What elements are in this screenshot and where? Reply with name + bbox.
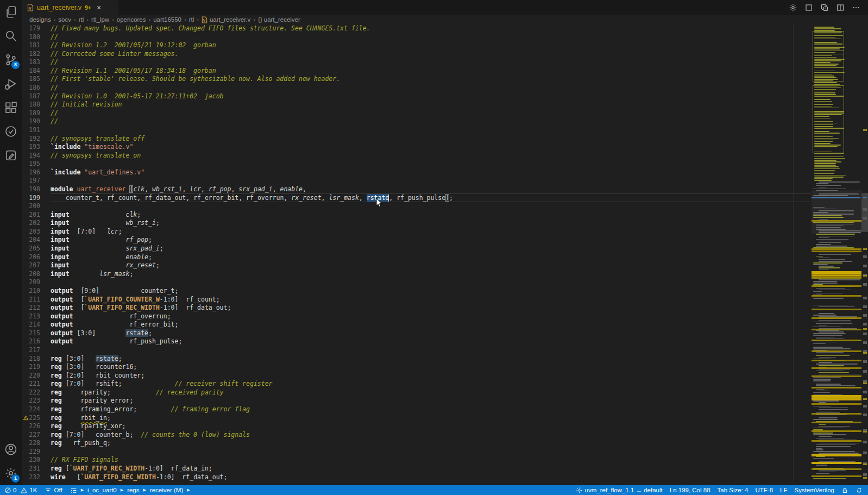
activity-bar-item-run-debug[interactable] xyxy=(0,72,22,96)
line-number[interactable]: 220 xyxy=(22,372,51,380)
code-line[interactable]: // Corrected some Linter messages. xyxy=(51,50,810,59)
code-line[interactable]: // Fixed many bugs. Updated spec. Change… xyxy=(51,24,810,33)
line-number[interactable]: 227 xyxy=(22,431,51,440)
code-line[interactable] xyxy=(51,126,810,135)
code-line[interactable]: reg rbit_in; xyxy=(51,414,810,423)
code-line[interactable]: // xyxy=(51,109,810,118)
breadcrumb-symbol[interactable]: {}uart_receiver xyxy=(258,16,300,23)
line-number[interactable]: 203 xyxy=(22,228,51,236)
code-line[interactable]: `include "uart_defines.v" xyxy=(51,168,810,177)
activity-bar-item-settings[interactable]: 1 xyxy=(0,461,22,485)
activity-bar-item-account[interactable] xyxy=(0,437,22,461)
code-line[interactable]: // First 'stable' release. Should be syt… xyxy=(51,75,810,84)
line-number[interactable]: 201 xyxy=(22,211,51,220)
code-line[interactable] xyxy=(51,346,810,355)
activity-bar-item-explorer[interactable] xyxy=(0,0,22,24)
line-number[interactable]: 184 xyxy=(22,67,51,76)
line-number[interactable]: 202 xyxy=(22,219,51,228)
code-line[interactable]: // RX FIFO signals xyxy=(51,456,810,465)
line-number[interactable]: 199 xyxy=(22,194,51,203)
line-number[interactable]: 181 xyxy=(22,41,51,50)
breadcrumb-item[interactable]: designs xyxy=(29,16,51,23)
code-line[interactable]: // xyxy=(51,117,810,126)
lock-icon[interactable] xyxy=(841,487,848,494)
code-line[interactable] xyxy=(51,448,810,456)
line-number[interactable]: 179 xyxy=(22,24,51,33)
code-line[interactable] xyxy=(51,177,810,185)
code-line[interactable]: module uart_receiver (clk, wb_rst_i, lcr… xyxy=(51,185,810,194)
gear-icon[interactable] xyxy=(789,3,797,12)
code-line[interactable]: output rf_error_bit; xyxy=(51,321,810,329)
line-number[interactable]: 228 xyxy=(22,439,51,448)
breadcrumb-item[interactable]: rtl xyxy=(79,16,84,23)
code-line[interactable]: // xyxy=(51,84,810,92)
line-number[interactable]: 208 xyxy=(22,270,51,279)
editor[interactable]: 1791801811821831841851861871881891901911… xyxy=(22,24,868,485)
line-number[interactable]: 205 xyxy=(22,245,51,253)
code-line[interactable]: // xyxy=(51,58,810,67)
code-line[interactable] xyxy=(51,278,810,287)
activity-bar-item-notebook[interactable] xyxy=(0,143,22,167)
line-number[interactable]: 215 xyxy=(22,329,51,338)
breadcrumb-item[interactable]: rtl_lpw xyxy=(91,16,109,23)
line-number[interactable]: 189 xyxy=(22,109,51,118)
split-editor-icon[interactable] xyxy=(836,3,845,12)
code-line[interactable]: reg rparity_error; xyxy=(51,397,810,405)
line-number[interactable]: 191 xyxy=(22,126,51,135)
code-line[interactable]: `include "timescale.v" xyxy=(51,143,810,152)
code-line[interactable]: counter_t, rf_count, rf_data_out, rf_err… xyxy=(51,194,810,203)
line-number[interactable]: 213 xyxy=(22,312,51,321)
indentation-status[interactable]: Tab Size: 4 xyxy=(718,487,749,493)
line-number[interactable]: 230 xyxy=(22,456,51,465)
line-number[interactable]: 186 xyxy=(22,84,51,92)
line-number[interactable]: 209 xyxy=(22,278,51,287)
code-line[interactable]: // Initial revision xyxy=(51,101,810,109)
overview-ruler[interactable] xyxy=(861,24,868,485)
bell-icon[interactable] xyxy=(856,487,863,494)
line-number[interactable]: 225 xyxy=(22,414,51,423)
line-number[interactable]: 232 xyxy=(22,473,51,481)
profile-status[interactable]: uvm_ref_flow_1.1 → default xyxy=(576,487,663,494)
line-number[interactable]: 229 xyxy=(22,448,51,456)
line-number[interactable]: 190 xyxy=(22,117,51,126)
code-line[interactable]: // Revision 1.2 2001/05/21 19:12:02 gorb… xyxy=(51,41,810,50)
scrollbar-slider[interactable] xyxy=(861,193,868,232)
code-line[interactable]: reg [7:0] counter_b; // counts the 0 (lo… xyxy=(51,431,810,440)
minimap-viewport[interactable] xyxy=(812,190,861,234)
code-line[interactable]: input rf_pop; xyxy=(51,236,810,245)
square-icon[interactable] xyxy=(804,3,813,12)
code-line[interactable]: output [9:0] counter_t; xyxy=(51,287,810,296)
tab-uart-receiver[interactable]: V uart_receiver.v 9+ × xyxy=(22,0,118,15)
code-line[interactable]: input enable; xyxy=(51,253,810,262)
line-number[interactable]: 211 xyxy=(22,296,51,304)
activity-bar-item-extensions[interactable] xyxy=(0,96,22,120)
code-line[interactable] xyxy=(51,202,810,211)
code-line[interactable]: // Revision 1.0 2001-05-17 21:27:11+02 j… xyxy=(51,92,810,101)
scope-hierarchy[interactable]: ▶i_oc_uart0▶regs▶receiver (M)▶ xyxy=(70,487,192,494)
problems-status[interactable]: 0 1K xyxy=(4,487,37,494)
code-line[interactable]: reg [2:0] rbit_counter; xyxy=(51,372,810,380)
code-line[interactable]: wire [`UART_FIFO_REC_WIDTH-1:0] rf_data_… xyxy=(51,473,810,481)
line-number[interactable]: 214 xyxy=(22,321,51,329)
line-number[interactable]: 224 xyxy=(22,405,51,414)
code-line[interactable]: reg rframing_error; // framing error fla… xyxy=(51,405,810,414)
changes-icon[interactable] xyxy=(820,3,829,12)
code-line[interactable]: output rf_overrun; xyxy=(51,312,810,321)
code-line[interactable]: reg rf_push_q; xyxy=(51,439,810,448)
line-number[interactable]: 185 xyxy=(22,75,51,84)
breadcrumb-file[interactable]: uart_receiver.v xyxy=(210,16,250,23)
line-number[interactable]: 219 xyxy=(22,363,51,372)
code-line[interactable]: input clk; xyxy=(51,211,810,220)
code-line[interactable]: input [7:0] lcr; xyxy=(51,228,810,236)
line-number[interactable]: 193 xyxy=(22,143,51,152)
code-line[interactable]: reg [`UART_FIFO_REC_WIDTH-1:0] rf_data_i… xyxy=(51,465,810,473)
code-line[interactable]: // xyxy=(51,33,810,42)
code-line[interactable]: reg [3:0] rcounter16; xyxy=(51,363,810,372)
code-line[interactable]: // synopsys translate_off xyxy=(51,135,810,143)
code-line[interactable]: input rx_reset; xyxy=(51,261,810,270)
line-number[interactable]: 212 xyxy=(22,304,51,312)
line-number[interactable]: 182 xyxy=(22,50,51,59)
close-icon[interactable]: × xyxy=(97,4,101,11)
line-number[interactable]: 210 xyxy=(22,287,51,296)
line-number[interactable]: 187 xyxy=(22,92,51,101)
